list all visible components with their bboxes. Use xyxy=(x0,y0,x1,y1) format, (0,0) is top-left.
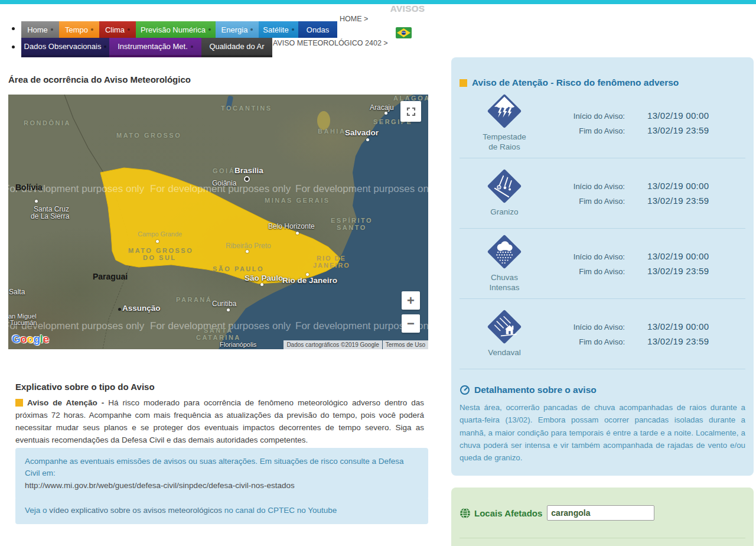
map-city-dot xyxy=(260,283,263,286)
gauge-icon xyxy=(460,385,470,395)
primary-nav: HomeTempoClimaPrevisão NuméricaEnergiaSa… xyxy=(21,21,337,38)
fim-value: 13/02/19 23:59 xyxy=(647,125,709,135)
google-logo-letter: G xyxy=(12,333,20,345)
detalhamento-section: Detalhamento sobre o aviso Nesta área, o… xyxy=(460,385,745,464)
brazil-flag-icon xyxy=(396,27,412,38)
defesa-civil-url[interactable]: http://www.mi.gov.br/web/guest/defesa-ci… xyxy=(25,480,419,492)
map-label: Assunção xyxy=(122,304,161,313)
fim-value: 13/02/19 23:59 xyxy=(647,196,709,206)
nav-separator-dot xyxy=(208,28,211,31)
inicio-label: Início do Aviso: xyxy=(549,182,625,191)
google-logo[interactable]: Google xyxy=(12,333,48,346)
warning-row-granizo: Granizo Início do Aviso:13/02/19 00:00 F… xyxy=(460,158,745,229)
map-city-dot xyxy=(35,200,38,203)
map-label: DO SUL xyxy=(143,255,177,261)
nav-separator-dot xyxy=(250,28,253,31)
map-label: Aracaju xyxy=(370,104,394,111)
fim-value: 13/02/19 23:59 xyxy=(647,336,709,346)
inicio-label: Início do Aviso: xyxy=(549,323,625,332)
warning-icon-col: Granizo xyxy=(460,169,549,217)
fullscreen-button[interactable] xyxy=(400,101,421,122)
fim-value: 13/02/19 23:59 xyxy=(647,266,709,276)
nav-item-previs-o-num-rica[interactable]: Previsão Numérica xyxy=(136,21,216,38)
detalhamento-body: Nesta área, ocorrerão pancadas de chuva … xyxy=(460,401,745,464)
map-label: Salta xyxy=(9,288,25,295)
map-label: CATARINA xyxy=(196,334,241,341)
map-label: Paraguai xyxy=(93,272,128,281)
detalhamento-title: Detalhamento sobre o aviso xyxy=(474,385,597,395)
map-label: Ribeirão Preto xyxy=(226,242,271,249)
nav-item-instrumenta-o-met-[interactable]: Instrumentação Met. xyxy=(109,38,201,55)
nav-item-label: Previsão Numérica xyxy=(141,25,206,34)
nav-item-label: Clima xyxy=(105,25,125,34)
nav-item-label: Energia xyxy=(221,25,248,34)
aviso-panel-header: Aviso de Atenção - Risco do fenômeno adv… xyxy=(460,77,745,88)
map-city-dot xyxy=(227,308,230,311)
infobox2-part1: Veja o xyxy=(25,506,49,515)
nav-item-sat-lite[interactable]: Satélite xyxy=(259,21,298,38)
avisos-page: HomeTempoClimaPrevisão NuméricaEnergiaSa… xyxy=(0,0,756,546)
map-city-dot xyxy=(384,112,387,115)
warning-times: Início do Aviso:13/02/19 00:00 Fim do Av… xyxy=(549,176,745,210)
map-label: ESPÍRITO xyxy=(331,217,373,224)
inicio-value: 13/02/19 00:00 xyxy=(647,181,709,191)
warning-icon-col: ChuvasIntensas xyxy=(460,235,549,293)
nav-row2-bullet xyxy=(12,46,15,48)
locais-afetados-panel: Locais Afetados xyxy=(451,488,754,546)
map-label: MINAS GERAIS xyxy=(265,197,330,204)
breadcrumb-current: AVISO METEOROLÓGICO 2402 > xyxy=(273,39,388,47)
terms-of-use-link[interactable]: Termos de Uso xyxy=(383,340,428,349)
inicio-value: 13/02/19 00:00 xyxy=(647,251,709,261)
page-title: AVISOS xyxy=(390,4,425,14)
nav-item-energia[interactable]: Energia xyxy=(216,21,259,38)
locais-afetados-label: Locais Afetados xyxy=(474,508,542,518)
nav-item-tempo[interactable]: Tempo xyxy=(59,21,99,38)
zoom-out-button[interactable]: − xyxy=(402,314,420,333)
nav-item-label: Tempo xyxy=(65,25,88,34)
windstorm-icon xyxy=(487,310,522,344)
aviso-panel: Aviso de Atenção - Risco do fenômeno adv… xyxy=(451,57,754,476)
nav-item-label: Satélite xyxy=(263,25,288,34)
map-label: RONDÔNIA xyxy=(24,120,71,126)
inicio-value: 13/02/19 00:00 xyxy=(647,110,709,121)
map-watermark: For development purposes only xyxy=(295,183,428,195)
nav-item-ondas[interactable]: Ondas xyxy=(298,21,337,38)
detalhamento-header: Detalhamento sobre o aviso xyxy=(460,385,745,395)
map-label: SANTA xyxy=(204,327,233,334)
map-label: Tucumán xyxy=(10,320,37,326)
nav-separator-dot xyxy=(292,28,294,31)
map-label: São Paulo xyxy=(245,274,283,282)
globe-icon xyxy=(460,508,471,519)
warning-area-map[interactable]: For development purposes onlyFor develop… xyxy=(8,95,428,349)
explicativo-paragraph: Aviso de Atenção - Há risco moderado par… xyxy=(15,397,424,447)
map-city-dot xyxy=(118,308,121,311)
video-explicativo-link[interactable]: vídeo explicativo sobre os avisos meteor… xyxy=(49,506,222,515)
nav-separator-dot xyxy=(51,28,53,31)
nav-separator-dot xyxy=(104,46,106,48)
infobox2-part3[interactable]: no canal do CPTEC no Youtube xyxy=(222,506,337,515)
warning-row-chuvas: ChuvasIntensas Início do Aviso:13/02/19 … xyxy=(460,229,745,299)
warning-name: ChuvasIntensas xyxy=(460,273,549,293)
zoom-in-button[interactable]: + xyxy=(402,291,420,310)
nav-bottom-strip xyxy=(21,55,272,57)
map-label: MATO GROSSO xyxy=(128,248,193,254)
nav-item-clima[interactable]: Clima xyxy=(99,21,136,38)
warning-row-vendaval: Vendaval Início do Aviso:13/02/19 00:00 … xyxy=(460,299,745,369)
secondary-nav: Dados ObservacionaisInstrumentação Met.Q… xyxy=(21,38,272,55)
nav-item-dados-observacionais[interactable]: Dados Observacionais xyxy=(21,38,109,55)
map-section-heading: Área de ocorrência do Aviso Meteorológic… xyxy=(8,74,191,84)
locais-afetados-input[interactable] xyxy=(547,505,654,521)
map-city-dot xyxy=(246,250,249,253)
hail-icon xyxy=(487,169,522,203)
warning-name: Granizo xyxy=(460,207,549,217)
map-label: Rio de Janeiro xyxy=(282,277,337,285)
nav-item-home[interactable]: Home xyxy=(21,21,59,38)
nav-item-label: Ondas xyxy=(307,25,329,34)
nav-item-qualidade-do-ar[interactable]: Qualidade do Ar xyxy=(201,38,272,55)
breadcrumb-home[interactable]: HOME > xyxy=(340,15,368,23)
map-label: Bolívia xyxy=(15,183,43,191)
nav-item-label: Dados Observacionais xyxy=(24,42,102,51)
fim-label: Fim do Aviso: xyxy=(549,337,625,346)
map-label: Curitiba xyxy=(212,300,236,307)
nav-item-label: Instrumentação Met. xyxy=(118,42,188,51)
